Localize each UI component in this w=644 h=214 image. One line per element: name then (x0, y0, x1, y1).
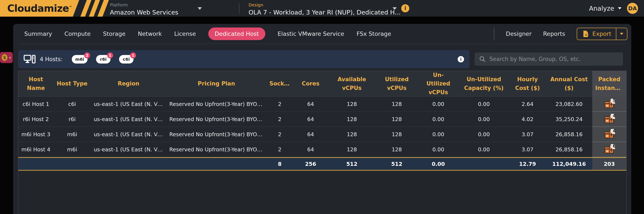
table-row-m6i-host-3[interactable]: m6i Host 3m6ius-east-1 (US East (N. Virg… (18, 127, 626, 142)
header-divider (239, 4, 239, 13)
export-dropdown-toggle[interactable] (616, 28, 627, 40)
nav-link-reports[interactable]: Reports (543, 31, 565, 37)
design-selector[interactable]: Design OLA 7 - Workload, 3 Year RI (NUP)… (248, 2, 402, 16)
nav-link-designer[interactable]: Designer (506, 31, 532, 37)
hosts-bar: 4 Hosts: m6i2r6i1c6i1 i (18, 50, 470, 68)
design-info-icon[interactable]: i (401, 4, 409, 12)
column-header-utilized-vcpus[interactable]: Utilized vCPUs (376, 71, 418, 97)
tab-compute[interactable]: Compute (64, 31, 90, 37)
tab-dedicated-host[interactable]: Dedicated Host (208, 28, 265, 40)
cell-hourly-cost: 3.07 (509, 142, 546, 157)
packed-instances-icon[interactable]: 43 (604, 129, 615, 140)
cell-region: us-east-1 (US East (N. Virginia)) (91, 112, 166, 127)
cell-cores: 64 (293, 142, 328, 157)
tab-bar: SummaryComputeStorageNetworkLicenseDedic… (13, 24, 391, 44)
dedicated-host-table: Host NameHost TypeRegionPricing PlanSock… (18, 71, 626, 214)
cell-annual-cost: 26,858.16 (546, 127, 592, 142)
packed-instances-icon[interactable]: 42 (604, 114, 615, 124)
total-hourly-cost: 12.79 (509, 158, 546, 170)
chip-label: r6i (100, 57, 107, 62)
column-header-available-vcpus[interactable]: Available vCPUs (328, 71, 376, 97)
total-available-vcpus: 512 (328, 158, 376, 170)
table-header-row: Host NameHost TypeRegionPricing PlanSock… (18, 71, 626, 97)
platform-selector[interactable]: Platform Amazon Web Services (110, 2, 210, 16)
cell-sockets: 2 (266, 142, 293, 157)
host-chip-r6i[interactable]: r6i1 (96, 55, 110, 64)
column-header-hourly-cost[interactable]: Hourly Cost ($) (509, 71, 546, 97)
column-header-packed-instances[interactable]: Packed Instances (592, 71, 626, 97)
analyze-caret-icon (618, 7, 622, 9)
cell-region: us-east-1 (US East (N. Virginia)) (91, 97, 166, 112)
cost-panel-toggle[interactable]: $ › (0, 52, 13, 63)
total-host-name (18, 158, 54, 170)
cell-available-vcpus: 128 (328, 142, 376, 157)
table-row-c6i-host-1[interactable]: c6i Host 1c6ius-east-1 (US East (N. Virg… (18, 97, 626, 112)
column-header-pricing-plan[interactable]: Pricing Plan (166, 71, 266, 97)
column-header-un-utilized-capacity[interactable]: Un-Utilized Capacity (%) (458, 71, 509, 97)
cell-utilized-vcpus: 128 (376, 142, 418, 157)
analyze-label: Analyze (589, 5, 614, 12)
user-avatar[interactable]: DA (627, 3, 638, 14)
hosts-info-icon[interactable]: i (458, 56, 464, 63)
nav-divider (494, 28, 494, 40)
cell-available-vcpus: 128 (328, 112, 376, 127)
cell-pricing-plan: Reserved No Upfront(3-Year) BYO MSFT... (166, 97, 266, 112)
cell-packed-instances: 54 (592, 97, 626, 112)
trademark-symbol: ™ (69, 5, 72, 9)
column-header-host-name[interactable]: Host Name (18, 71, 54, 97)
tab-storage[interactable]: Storage (103, 31, 126, 37)
cell-packed-instances: 42 (592, 112, 626, 127)
export-label: Export (592, 31, 611, 37)
cell-annual-cost: 35,250.24 (546, 112, 592, 127)
cell-un-utilized-vcpus: 0.00 (418, 112, 458, 127)
export-caret-icon (620, 33, 623, 35)
cell-un-utilized-capacity: 0.00 (458, 112, 509, 127)
tab-elastic-vmware-service[interactable]: Elastic VMware Service (278, 31, 344, 37)
analyze-menu[interactable]: Analyze (589, 5, 622, 12)
cell-host-type: c6i (54, 97, 91, 112)
cell-pricing-plan: Reserved No Upfront(3-Year) BYO MSFT... (166, 142, 266, 157)
column-header-host-type[interactable]: Host Type (54, 71, 91, 97)
chip-label: m6i (75, 57, 84, 62)
tab-summary[interactable]: Summary (24, 31, 52, 37)
cell-region: us-east-1 (US East (N. Virginia)) (91, 142, 166, 157)
cloudamize-logo[interactable]: Cloudamize™ (0, 0, 79, 17)
host-chip-c6i[interactable]: c6i1 (119, 55, 134, 64)
column-header-cores[interactable]: Cores (293, 71, 328, 97)
packed-instances-icon[interactable]: 64 (604, 144, 615, 155)
cell-pricing-plan: Reserved No Upfront(3-Year) BYO MSFT... (166, 127, 266, 142)
total-annual-cost: 112,049.16 (546, 158, 592, 170)
platform-caret-icon[interactable] (198, 7, 202, 10)
table-row-r6i-host-2[interactable]: r6i Host 2r6ius-east-1 (US East (N. Virg… (18, 112, 626, 127)
export-main[interactable]: Export (577, 30, 616, 38)
search-box[interactable] (474, 52, 623, 66)
cell-un-utilized-capacity: 0.00 (458, 127, 509, 142)
chip-count-badge: 2 (84, 52, 90, 58)
tab-license[interactable]: License (174, 31, 196, 37)
cell-host-type: m6i (54, 142, 91, 157)
cell-host-name: r6i Host 2 (18, 112, 54, 127)
cell-available-vcpus: 128 (328, 97, 376, 112)
app-screen: Cloudamize™ Platform Amazon Web Services… (0, 0, 644, 214)
packed-instances-icon[interactable]: 54 (604, 99, 615, 109)
export-button[interactable]: Export (577, 28, 628, 40)
cell-utilized-vcpus: 128 (376, 127, 418, 142)
search-input[interactable] (490, 56, 618, 62)
table-row-m6i-host-4[interactable]: m6i Host 4m6ius-east-1 (US East (N. Virg… (18, 142, 626, 157)
column-header-annual-cost[interactable]: Annual Cost ($) (546, 71, 592, 97)
total-sockets: 8 (266, 158, 293, 170)
logo-band: Cloudamize™ (0, 0, 111, 17)
host-chip-m6i[interactable]: m6i2 (72, 55, 88, 64)
total-un-utilized-vcpus: 0.00 (418, 158, 458, 170)
cell-region: us-east-1 (US East (N. Virginia)) (91, 127, 166, 142)
tab-fsx-storage[interactable]: FSx Storage (356, 31, 391, 37)
host-type-chips: m6i2r6i1c6i1 (72, 55, 134, 64)
design-caret-icon[interactable] (392, 7, 397, 10)
export-file-icon (582, 30, 590, 38)
total-host-type (54, 158, 91, 170)
cell-host-name: m6i Host 3 (18, 127, 54, 142)
column-header-sockets[interactable]: Sockets (266, 71, 293, 97)
column-header-un-utilized-vcpus[interactable]: Un-Utilized vCPUs (418, 71, 458, 97)
tab-network[interactable]: Network (138, 31, 162, 37)
column-header-region[interactable]: Region (91, 71, 166, 97)
